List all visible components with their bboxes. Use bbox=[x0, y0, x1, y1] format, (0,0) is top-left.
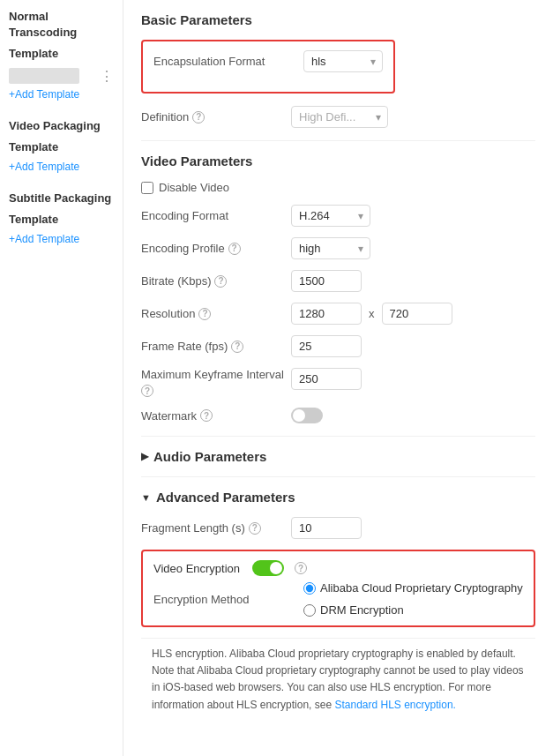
encryption-options: Alibaba Cloud Proprietary Cryptography D… bbox=[303, 581, 523, 617]
resolution-label: Resolution ? bbox=[141, 307, 291, 320]
resolution-row: Resolution ? 1280 x 720 bbox=[141, 303, 535, 325]
video-encryption-label: Video Encryption bbox=[153, 562, 240, 575]
keyframe-help-icon[interactable]: ? bbox=[141, 385, 153, 397]
sidebar-video-packaging: Video Packaging Template +Add Template bbox=[0, 118, 123, 173]
sidebar-add-template-1[interactable]: +Add Template bbox=[9, 88, 114, 101]
watermark-toggle-slider bbox=[291, 408, 323, 423]
encryption-method-row: Encryption Method Alibaba Cloud Propriet… bbox=[153, 581, 523, 617]
alibaba-radio[interactable] bbox=[303, 582, 316, 595]
frame-rate-label: Frame Rate (fps) ? bbox=[141, 340, 291, 353]
video-params-title: Video Parameters bbox=[141, 153, 535, 168]
info-link[interactable]: Standard HLS encryption. bbox=[334, 699, 455, 711]
frame-rate-input[interactable]: 25 bbox=[291, 335, 362, 357]
sidebar-add-template-2[interactable]: +Add Template bbox=[9, 161, 114, 173]
bitrate-input[interactable]: 1500 bbox=[291, 270, 362, 292]
disable-video-row: Disable Video bbox=[141, 181, 535, 194]
frame-rate-row: Frame Rate (fps) ? 25 bbox=[141, 335, 535, 357]
encapsulation-row: Encapsulation Format hls bbox=[153, 50, 383, 72]
watermark-label: Watermark ? bbox=[141, 409, 291, 423]
sidebar-template-label-3: Template bbox=[9, 212, 114, 228]
advanced-params-title: Advanced Parameters bbox=[156, 490, 295, 505]
definition-select-wrapper: High Defi... bbox=[291, 106, 388, 128]
fragment-length-label: Fragment Length (s) ? bbox=[141, 521, 291, 535]
encoding-profile-row: Encoding Profile ? high bbox=[141, 237, 535, 259]
basic-params-title: Basic Parameters bbox=[141, 12, 535, 27]
video-encryption-box: Video Encryption ? Encryption Method Ali… bbox=[141, 550, 535, 627]
keyframe-input[interactable]: 250 bbox=[291, 368, 362, 390]
encoding-format-row: Encoding Format H.264 bbox=[141, 205, 535, 227]
video-encryption-toggle-slider bbox=[252, 560, 284, 576]
frame-rate-help-icon[interactable]: ? bbox=[231, 341, 243, 353]
encapsulation-select[interactable]: hls bbox=[303, 50, 383, 72]
advanced-params-section[interactable]: ▼ Advanced Parameters bbox=[141, 490, 535, 505]
encapsulation-select-wrapper: hls bbox=[303, 50, 383, 72]
resolution-x-label: x bbox=[369, 307, 375, 320]
alibaba-option[interactable]: Alibaba Cloud Proprietary Cryptography bbox=[303, 581, 523, 595]
definition-row: Definition ? High Defi... bbox=[141, 106, 535, 128]
encoding-profile-select[interactable]: high bbox=[291, 237, 370, 259]
divider-3 bbox=[141, 476, 535, 477]
bitrate-help-icon[interactable]: ? bbox=[214, 275, 227, 288]
disable-video-label: Disable Video bbox=[159, 181, 229, 194]
definition-label: Definition ? bbox=[141, 110, 291, 124]
encoding-profile-select-wrapper: high bbox=[291, 237, 370, 259]
sidebar-template-label-2: Template bbox=[9, 139, 114, 155]
audio-params-title: Audio Parameters bbox=[153, 449, 266, 464]
resolution-inputs: 1280 x 720 bbox=[291, 303, 452, 325]
fragment-length-row: Fragment Length (s) ? 10 bbox=[141, 517, 535, 539]
encoding-profile-label: Encoding Profile ? bbox=[141, 242, 291, 255]
watermark-row: Watermark ? bbox=[141, 408, 535, 423]
video-encryption-toggle[interactable] bbox=[252, 560, 284, 576]
encapsulation-label: Encapsulation Format bbox=[153, 55, 303, 68]
main-content: Basic Parameters Encapsulation Format hl… bbox=[123, 0, 553, 756]
disable-video-checkbox[interactable] bbox=[141, 182, 153, 194]
divider-2 bbox=[141, 436, 535, 437]
fragment-length-help-icon[interactable]: ? bbox=[249, 522, 261, 535]
sidebar: Normal Transcoding Template ⋮ +Add Templ… bbox=[0, 0, 123, 756]
encoding-format-select[interactable]: H.264 bbox=[291, 205, 370, 227]
encryption-method-label: Encryption Method bbox=[153, 593, 303, 606]
advanced-collapse-arrow: ▼ bbox=[141, 492, 151, 503]
resolution-help-icon[interactable]: ? bbox=[198, 308, 211, 320]
audio-collapse-arrow: ▶ bbox=[141, 451, 148, 462]
sidebar-video-packaging-title: Video Packaging bbox=[9, 118, 114, 134]
encapsulation-highlighted-box: Encapsulation Format hls bbox=[141, 40, 395, 94]
sidebar-normal-transcoding: Normal Transcoding Template ⋮ +Add Templ… bbox=[0, 9, 123, 101]
resolution-height-input[interactable]: 720 bbox=[382, 303, 452, 325]
encoding-format-select-wrapper: H.264 bbox=[291, 205, 370, 227]
video-encryption-help-icon[interactable]: ? bbox=[295, 562, 307, 574]
sidebar-add-template-3[interactable]: +Add Template bbox=[9, 233, 114, 245]
encoding-profile-help-icon[interactable]: ? bbox=[228, 243, 241, 255]
info-text-block: HLS encryption. Alibaba Cloud proprietar… bbox=[141, 638, 535, 721]
watermark-help-icon[interactable]: ? bbox=[200, 409, 213, 422]
sidebar-template-label-1: Template bbox=[9, 46, 114, 62]
keyframe-row: Maximum Keyframe Interval ? 250 bbox=[141, 368, 535, 397]
video-encryption-row: Video Encryption ? bbox=[153, 560, 523, 576]
bitrate-row: Bitrate (Kbps) ? 1500 bbox=[141, 270, 535, 292]
definition-select[interactable]: High Defi... bbox=[291, 106, 388, 128]
divider-1 bbox=[141, 140, 535, 141]
encoding-format-label: Encoding Format bbox=[141, 209, 291, 222]
sidebar-normal-transcoding-title: Normal Transcoding bbox=[9, 9, 114, 41]
alibaba-label: Alibaba Cloud Proprietary Cryptography bbox=[320, 581, 523, 595]
bitrate-label: Bitrate (Kbps) ? bbox=[141, 274, 291, 288]
fragment-length-input[interactable]: 10 bbox=[291, 517, 362, 539]
resolution-width-input[interactable]: 1280 bbox=[291, 303, 362, 325]
sidebar-more-icon[interactable]: ⋮ bbox=[100, 68, 114, 85]
sidebar-subtitle-packaging: Subtitle Packaging Template +Add Templat… bbox=[0, 191, 123, 245]
drm-radio[interactable] bbox=[303, 604, 316, 617]
sidebar-template-item-1: ⋮ bbox=[9, 68, 114, 85]
drm-label: DRM Encryption bbox=[320, 603, 404, 617]
definition-help-icon[interactable]: ? bbox=[192, 111, 205, 124]
keyframe-label: Maximum Keyframe Interval ? bbox=[141, 368, 291, 397]
sidebar-template-name-1 bbox=[9, 68, 79, 84]
drm-option[interactable]: DRM Encryption bbox=[303, 603, 404, 617]
audio-params-section[interactable]: ▶ Audio Parameters bbox=[141, 449, 535, 464]
watermark-toggle[interactable] bbox=[291, 408, 323, 423]
sidebar-subtitle-packaging-title: Subtitle Packaging bbox=[9, 191, 114, 206]
